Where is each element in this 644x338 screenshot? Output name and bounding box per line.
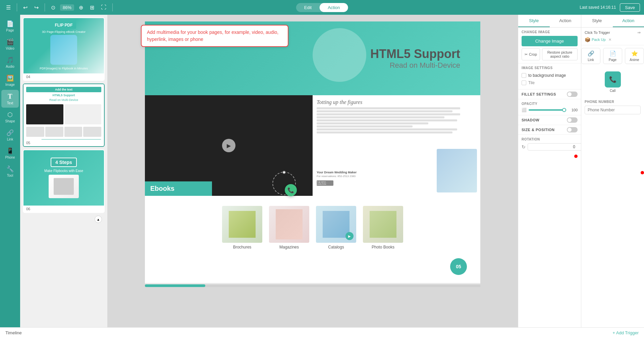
- crop-button[interactable]: ✂ Crop: [522, 48, 540, 60]
- rotation-row: ↻: [522, 143, 578, 151]
- restore-label: Restore picture aspect ratio: [544, 50, 575, 58]
- tool-tool-label: Tool: [7, 174, 13, 177]
- call-button[interactable]: 📞 Call: [601, 69, 624, 95]
- thumb-04-inner: FLIP PDF 3D Page-Flipping eBook Creator …: [23, 18, 104, 73]
- ebooks-label: Ebooks: [150, 185, 174, 192]
- thumb-06-inner: 4 Steps Make Flipbooks with Ease: [23, 150, 104, 206]
- thumb-04-sub: 3D Page-Flipping eBook Creator: [42, 30, 86, 34]
- canvas-area[interactable]: Add multimedia for your book pages, for …: [107, 15, 518, 327]
- style-tab[interactable]: Style: [518, 15, 550, 27]
- style-panel: Style Action CHANGE IMAGE Change Image ✂…: [518, 15, 581, 327]
- undo-button[interactable]: ↩: [21, 3, 30, 12]
- fit-screen-button[interactable]: ⊞: [88, 3, 96, 12]
- phone-number-input[interactable]: [585, 106, 641, 114]
- catalogs-label: Catalogs: [328, 245, 344, 249]
- tool-tool[interactable]: 🔧 Tool: [1, 163, 19, 180]
- reset-button[interactable]: ⊙: [49, 3, 57, 12]
- action-mode-button[interactable]: Action: [320, 3, 348, 12]
- thumb-05-num: 05: [23, 139, 104, 146]
- phone-action-icon[interactable]: 📞: [285, 184, 297, 196]
- catalogs-cover: [323, 211, 350, 238]
- shadow-toggle[interactable]: [567, 117, 578, 123]
- link-button[interactable]: 🔗 Link: [581, 48, 600, 64]
- book-line-8: [317, 128, 457, 130]
- tile-checkbox[interactable]: [522, 80, 526, 85]
- fullscreen-button[interactable]: ⛶: [99, 3, 108, 12]
- crop-restore-row: ✂ Crop Restore picture aspect ratio: [522, 48, 578, 60]
- hotel-logo-box: THE RITZ-CARLTON: [317, 180, 333, 186]
- tool-audio-label: Audio: [6, 65, 14, 68]
- page-scrollbar[interactable]: [145, 284, 480, 287]
- audio-icon: 🎵: [6, 56, 14, 64]
- restore-button[interactable]: Restore picture aspect ratio: [542, 48, 578, 60]
- play-button[interactable]: ▶: [222, 139, 235, 152]
- thumbnail-04-preview: FLIP PDF 3D Page-Flipping eBook Creator …: [23, 18, 104, 73]
- book-line-4: [317, 116, 444, 118]
- thumb-05-bottom-grid: [26, 127, 101, 137]
- thumbnail-04[interactable]: FLIP PDF 3D Page-Flipping eBook Creator …: [23, 17, 105, 81]
- size-position-toggle[interactable]: [567, 127, 578, 132]
- pack-up-row[interactable]: 📦 Pack Up ✕: [585, 37, 641, 42]
- tool-link[interactable]: 🔗 Link: [1, 126, 19, 144]
- change-image-button[interactable]: Change Image: [522, 36, 578, 46]
- tool-page[interactable]: 📄 Page: [1, 17, 19, 35]
- page-button[interactable]: 📄 Page: [603, 48, 622, 64]
- zoom-in-button[interactable]: ⊕: [77, 3, 85, 12]
- tool-phone[interactable]: 📱 Phone: [1, 145, 19, 162]
- tool-shape[interactable]: ⬡ Shape: [1, 108, 19, 126]
- tool-image-label: Image: [5, 83, 15, 87]
- hero-circle: [313, 28, 366, 82]
- book-chapter-title: Totting up the figures: [317, 99, 476, 105]
- shadow-label: SHADOW: [522, 118, 539, 122]
- add-trigger-button[interactable]: + Add Trigger: [612, 330, 639, 335]
- size-position-label: SIZE & POSITION: [522, 128, 555, 132]
- thumb-04-phone: [50, 35, 77, 65]
- opacity-slider[interactable]: [529, 109, 566, 111]
- scroll-up-button[interactable]: ▲: [95, 216, 102, 223]
- redo-button[interactable]: ↪: [32, 3, 41, 12]
- opacity-value: 100: [568, 108, 578, 112]
- style-tab-in-action[interactable]: Style: [581, 15, 613, 27]
- tool-video[interactable]: 🎬 Video: [1, 36, 19, 53]
- rotation-input[interactable]: [528, 143, 581, 151]
- save-button[interactable]: Save: [620, 3, 640, 12]
- menu-button[interactable]: ☰: [4, 3, 13, 12]
- tool-text[interactable]: T Text: [1, 90, 19, 108]
- anime-button[interactable]: ⭐ Anime: [625, 48, 644, 64]
- photobooks-label: Photo Books: [372, 245, 394, 249]
- opacity-thumb[interactable]: [562, 108, 566, 112]
- crop-icon: ✂: [525, 52, 528, 57]
- ebooks-bar: Ebooks: [145, 181, 212, 196]
- thumbnail-06[interactable]: 4 Steps Make Flipbooks with Ease 06: [23, 150, 105, 213]
- edit-mode-button[interactable]: Edit: [296, 3, 320, 12]
- call-section: 📞 Call: [581, 67, 644, 97]
- tool-audio[interactable]: 🎵 Audio: [1, 54, 19, 71]
- photobooks-img: [363, 206, 403, 243]
- action-tab-in-style[interactable]: Action: [550, 15, 581, 27]
- thumbnail-05[interactable]: Add the text HTML5 Support Read on Multi…: [23, 83, 105, 147]
- close-icon[interactable]: ✕: [608, 38, 611, 42]
- action-tab[interactable]: Action: [613, 15, 644, 27]
- magazines-img: [269, 206, 309, 243]
- anime-btn-icon: ⭐: [631, 50, 638, 57]
- catalogs-play[interactable]: ▶: [345, 232, 354, 240]
- bg-image-checkbox[interactable]: [522, 73, 526, 78]
- thumb-05-light: [64, 104, 102, 124]
- link-btn-icon: 🔗: [588, 50, 594, 57]
- timeline-button[interactable]: Timeline: [5, 330, 22, 335]
- fillet-toggle[interactable]: [567, 92, 578, 97]
- selected-element[interactable]: 📞: [272, 172, 296, 195]
- toolbar-divider-2: [45, 3, 45, 11]
- canvas-tooltip-text: Add multimedia for your book pages, for …: [147, 30, 278, 42]
- thumb-05-header: Add the text: [26, 87, 101, 92]
- resize-handle[interactable]: [282, 171, 286, 174]
- toolbar-divider-3: [112, 3, 113, 11]
- change-image-section: CHANGE IMAGE Change Image ✂ Crop Restore…: [518, 27, 581, 63]
- brochures-label: Brochures: [233, 245, 252, 249]
- tool-image[interactable]: 🖼️ Image: [1, 72, 19, 89]
- fillet-toggle-row: FILLET SETTINGS: [518, 90, 581, 99]
- action-panel: Style Action Click To Trigger ⇒ 📦 Pack U…: [581, 15, 644, 327]
- phone-number-label: PHONE NUMBER: [585, 100, 641, 104]
- zoom-level: 86%: [60, 4, 74, 11]
- last-saved: Last saved 14:16:11: [580, 5, 616, 10]
